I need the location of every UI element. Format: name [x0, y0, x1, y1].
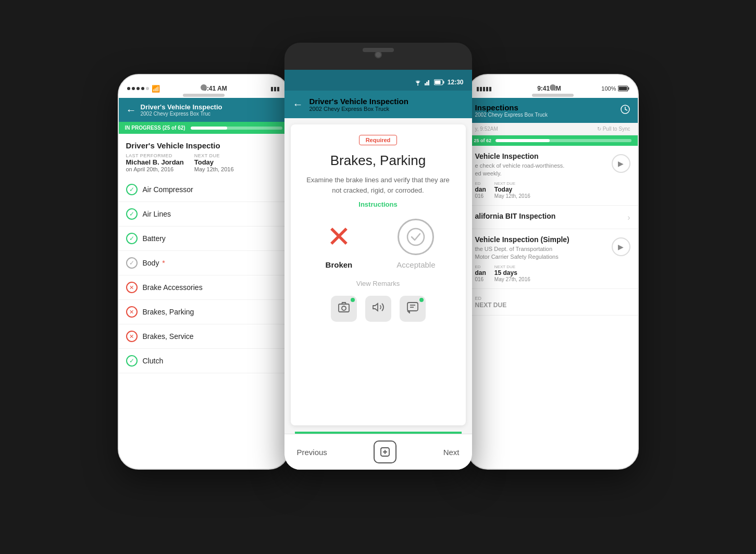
list-item[interactable]: ✓Air Compressor — [119, 178, 289, 202]
svg-rect-19 — [618, 87, 627, 91]
svg-rect-6 — [435, 81, 440, 84]
acceptable-label: Acceptable — [396, 260, 435, 269]
list-item[interactable]: ✕Brakes, Service — [119, 324, 289, 349]
signal-dots: 📶 — [127, 85, 160, 93]
left-last-perf-date: on April 20th, 2016 — [126, 166, 184, 172]
green-check-icon: ✓ — [126, 233, 138, 244]
inspection-card-4[interactable]: ED NEXT DUE — [468, 289, 638, 316]
insp-meta-ed-label: ED — [475, 181, 486, 186]
left-next-due-label: NEXT DUE — [194, 153, 234, 158]
comment-icon — [406, 301, 419, 317]
left-next-due-date: May 12th, 2016 — [194, 166, 234, 172]
left-inspection-list: ✓Air Compressor✓Air Lines✓Battery✓Body *… — [119, 178, 289, 373]
list-item[interactable]: ✓Air Lines — [119, 202, 289, 226]
next-button[interactable]: Next — [443, 448, 460, 457]
red-x-icon: ✕ — [126, 306, 138, 318]
insp-card-1-text: Vehicle Inspection e check of vehicle ro… — [475, 152, 612, 199]
right-time: 9:41 AM — [537, 85, 561, 92]
insp-meta-nextdue-date: May 12th, 2016 — [494, 193, 530, 199]
insp-meta-ed: ED dan 016 — [475, 181, 486, 199]
insp-card-4-desc: ED — [475, 295, 630, 302]
choice-row: ✕ Broken Acceptable — [301, 219, 455, 269]
insp-card-1-meta: ED dan 016 NEXT DUE Today May 12th, 2016 — [475, 181, 612, 199]
left-back-btn[interactable]: ← — [126, 104, 137, 116]
acceptable-button[interactable]: Acceptable — [396, 219, 435, 269]
insp-card-2-title: alifornia BIT Inspection — [475, 212, 628, 220]
view-remarks-link[interactable]: View Remarks — [301, 280, 455, 287]
right-battery: 100% — [601, 85, 629, 92]
comment-button[interactable] — [400, 296, 426, 322]
broken-button[interactable]: ✕ Broken — [320, 219, 357, 269]
inspection-card-3[interactable]: Vehicle Inspection (Simple) the US Dept.… — [468, 229, 638, 289]
insp-meta-ed-name: dan — [475, 186, 486, 193]
android-title: Driver's Vehicle Inspection — [309, 97, 464, 106]
svg-rect-18 — [628, 87, 629, 90]
insp-card-1-title: Vehicle Inspection — [475, 152, 612, 160]
modal-description: Examine the brake lines and verify that … — [301, 175, 455, 195]
list-item[interactable]: ✓Body * — [119, 251, 289, 275]
instructions-link[interactable]: Instructions — [301, 200, 455, 208]
center-phone: 12:30 ← Driver's Vehicle Inspection 2002… — [284, 43, 472, 470]
insp-meta-3-ed-name: dan — [475, 269, 486, 276]
right-progress-bar: 25 of 62 — [468, 135, 638, 146]
android-screen: 12:30 ← Driver's Vehicle Inspection 2002… — [284, 70, 472, 470]
svg-point-0 — [417, 84, 418, 85]
required-star: * — [160, 259, 165, 267]
right-phone: ▮▮▮▮▮ 9:41 AM 100% Inspections 2002 Chev… — [467, 74, 639, 470]
android-header: ← Driver's Vehicle Inspection 2002 Chevy… — [284, 91, 472, 118]
left-last-perf-label: LAST PERFORMED — [126, 153, 184, 158]
insp-play-btn-1[interactable]: ▶ — [612, 154, 630, 173]
plus-icon — [380, 447, 390, 457]
insp-play-btn-3[interactable]: ▶ — [612, 237, 630, 256]
left-progress-bar: IN PROGRESS (25 of 62) — [119, 122, 289, 134]
insp-card-2-text: alifornia BIT Inspection — [475, 212, 628, 222]
wifi-icon: 📶 — [152, 85, 160, 93]
android-status-icons: 12:30 — [414, 79, 464, 86]
modal-card: Required Brakes, Parking Examine the bra… — [291, 124, 466, 425]
acceptable-icon-container — [398, 219, 434, 255]
right-header-subtitle: 2002 Chevy Express Box Truck — [475, 112, 620, 118]
list-item[interactable]: ✕Brakes, Parking — [119, 300, 289, 324]
left-screen-body: Driver's Vehicle Inspectio LAST PERFORME… — [119, 134, 289, 469]
insp-meta-3-ed-label: ED — [475, 265, 486, 269]
inspection-card-2[interactable]: alifornia BIT Inspection › — [468, 206, 638, 229]
list-item[interactable]: ✓Clutch — [119, 349, 289, 373]
insp-card-4-val: NEXT DUE — [475, 301, 630, 309]
android-speaker — [363, 48, 394, 52]
android-back-btn[interactable]: ← — [293, 98, 303, 110]
list-item-label: Body * — [143, 259, 165, 267]
insp-meta-3-nextdue-label: NEXT DUE — [494, 265, 530, 269]
bottom-nav: Previous Next — [284, 434, 472, 470]
list-item[interactable]: ✓Battery — [119, 226, 289, 251]
list-item[interactable]: ✕Brake Accessories — [119, 275, 289, 300]
audio-button[interactable] — [365, 296, 391, 322]
svg-point-7 — [407, 229, 424, 245]
battery-area: ▮▮▮ — [270, 85, 280, 92]
pull-to-sync[interactable]: ↻ Pull to Sync — [597, 126, 630, 132]
checkmark-icon — [406, 228, 425, 246]
right-progress-track — [495, 139, 631, 142]
previous-button[interactable]: Previous — [297, 448, 327, 457]
action-icons-row — [301, 296, 455, 322]
insp-card-4-text: ED NEXT DUE — [475, 295, 630, 309]
insp-meta-3-ed-date: 016 — [475, 276, 486, 282]
broken-icon-container: ✕ — [320, 219, 357, 255]
red-x-icon: ✕ — [126, 331, 138, 342]
insp-card-1-desc: e check of vehicle road-worthiness.ed we… — [475, 162, 612, 178]
inspection-card-1[interactable]: Vehicle Inspection e check of vehicle ro… — [468, 146, 638, 206]
photo-button[interactable] — [331, 296, 357, 322]
list-item-label: Air Compressor — [143, 185, 193, 194]
left-time: 9:41 AM — [203, 85, 227, 92]
list-item-label: Brakes, Parking — [143, 308, 194, 316]
right-header-title: Inspections — [475, 103, 620, 112]
list-item-label: Battery — [143, 234, 166, 243]
android-time: 12:30 — [448, 79, 464, 86]
svg-rect-11 — [407, 303, 418, 311]
photo-green-dot — [351, 298, 355, 302]
left-header-subtitle: 2002 Chevy Express Box Truc — [141, 111, 222, 117]
add-note-button[interactable] — [374, 440, 396, 463]
insp-meta-nextdue: NEXT DUE Today May 12th, 2016 — [494, 181, 530, 199]
history-icon[interactable] — [620, 104, 630, 117]
insp-meta-3-nextdue-val: 15 days — [494, 269, 530, 276]
insp-meta-ed-date: 016 — [475, 193, 486, 199]
